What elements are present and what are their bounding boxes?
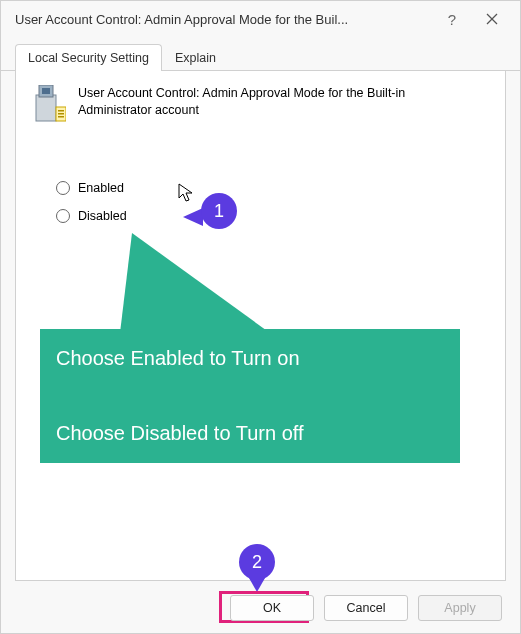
svg-rect-4: [42, 88, 50, 94]
apply-button-label: Apply: [444, 601, 475, 615]
svg-rect-8: [58, 116, 64, 118]
titlebar: User Account Control: Admin Approval Mod…: [1, 1, 520, 37]
policy-header: User Account Control: Admin Approval Mod…: [32, 85, 489, 128]
radio-icon: [56, 181, 70, 195]
policy-title: User Account Control: Admin Approval Mod…: [78, 85, 458, 119]
dialog-buttons: OK Cancel Apply: [1, 595, 520, 621]
help-button[interactable]: ?: [432, 4, 472, 34]
close-button[interactable]: [472, 4, 512, 34]
annotation-step-1: 1: [201, 193, 237, 229]
dialog-window: User Account Control: Admin Approval Mod…: [0, 0, 521, 634]
callout-pointer-icon: [120, 233, 270, 333]
annotation-1-tail: [183, 208, 203, 226]
cancel-button-label: Cancel: [347, 601, 386, 615]
ok-button-label: OK: [263, 601, 281, 615]
callout-line-1: Choose Enabled to Turn on: [56, 347, 444, 370]
radio-icon: [56, 209, 70, 223]
annotation-callout: Choose Enabled to Turn on Choose Disable…: [40, 329, 460, 463]
svg-rect-6: [58, 110, 64, 112]
svg-rect-2: [36, 95, 56, 121]
radio-group: Enabled Disabled: [56, 174, 489, 230]
callout-line-2: Choose Disabled to Turn off: [56, 422, 444, 445]
tab-bar: Local Security Setting Explain: [1, 37, 520, 71]
window-title: User Account Control: Admin Approval Mod…: [15, 12, 432, 27]
svg-marker-9: [120, 233, 270, 333]
annotation-step-2: 2: [239, 544, 275, 580]
apply-button[interactable]: Apply: [418, 595, 502, 621]
radio-disabled[interactable]: Disabled: [56, 202, 489, 230]
radio-disabled-label: Disabled: [78, 209, 127, 223]
svg-rect-7: [58, 113, 64, 115]
annotation-step-2-number: 2: [252, 552, 262, 573]
radio-enabled-label: Enabled: [78, 181, 124, 195]
tab-local-security-setting[interactable]: Local Security Setting: [15, 44, 162, 71]
close-icon: [486, 13, 498, 25]
tab-explain[interactable]: Explain: [162, 44, 229, 71]
panel-content: User Account Control: Admin Approval Mod…: [15, 71, 506, 581]
policy-icon: [32, 85, 66, 128]
radio-enabled[interactable]: Enabled: [56, 174, 489, 202]
annotation-step-1-number: 1: [214, 201, 224, 222]
cancel-button[interactable]: Cancel: [324, 595, 408, 621]
ok-button[interactable]: OK: [230, 595, 314, 621]
